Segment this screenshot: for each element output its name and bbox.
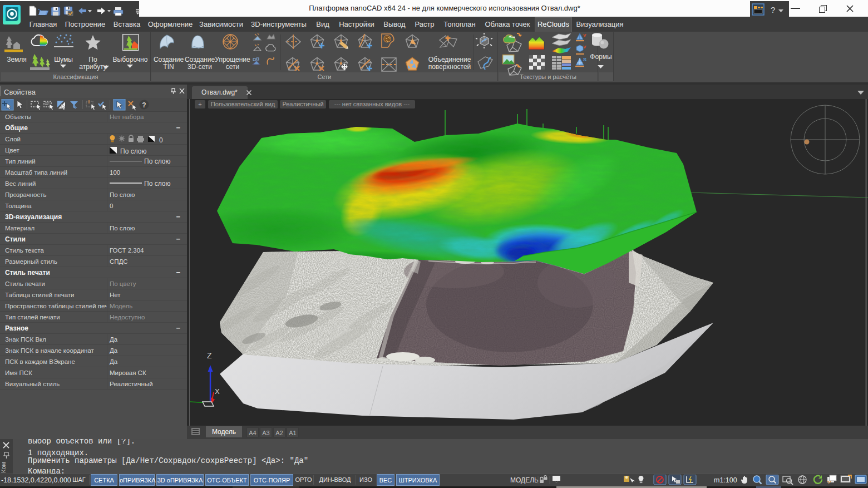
svg-text:V: V xyxy=(583,33,586,38)
svg-text:Z: Z xyxy=(207,351,212,360)
svg-text:?: ? xyxy=(142,101,146,109)
svg-text:m1:100: m1:100 xyxy=(714,476,737,484)
svg-text:S: S xyxy=(583,57,586,62)
svg-text:?: ? xyxy=(771,5,775,14)
svg-text:X: X xyxy=(215,387,220,396)
svg-text:V: V xyxy=(583,45,586,50)
